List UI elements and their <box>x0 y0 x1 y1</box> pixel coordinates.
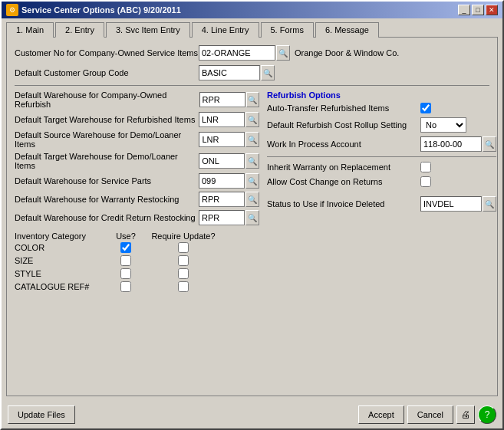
right-buttons: Accept Cancel 🖨 ? <box>358 405 496 424</box>
app-icon: ⚙ <box>6 4 18 16</box>
inv-category-3: CATALOGUE REF# <box>15 282 107 291</box>
status-search-button[interactable]: 🔍 <box>483 196 496 212</box>
inherit-warranty-row: Inherit Warranty on Replacement <box>267 162 496 172</box>
inv-use-checkbox-2[interactable] <box>120 268 131 279</box>
main-split: Default Warehouse for Company-Owned Refu… <box>15 90 489 294</box>
inv-require-checkbox-0[interactable] <box>178 242 189 253</box>
warehouse-label-5: Default Warehouse for Warranty Restockin… <box>15 195 199 204</box>
warehouse-search-5[interactable]: 🔍 <box>245 192 259 207</box>
inv-require-checkbox-3[interactable] <box>178 281 189 292</box>
cancel-button[interactable]: Cancel <box>407 405 453 424</box>
maximize-button[interactable]: □ <box>472 5 484 15</box>
inv-use-checkbox-1[interactable] <box>120 255 131 266</box>
cost-rollup-row: Default Refurbish Cost Rollup Setting No… <box>267 117 496 133</box>
warehouse-row-4: Default Warehouse for Service Parts🔍 <box>15 173 259 189</box>
cost-rollup-label: Default Refurbish Cost Rollup Setting <box>267 120 420 130</box>
warehouse-row-1: Default Target Warehouse for Refurbished… <box>15 112 259 127</box>
title-buttons: _ □ ✕ <box>458 5 498 15</box>
warehouse-label-4: Default Warehouse for Service Parts <box>15 176 199 185</box>
inventory-row-1: SIZE <box>15 255 259 266</box>
cost-rollup-dropdown[interactable]: No Yes <box>420 117 466 133</box>
inventory-section: Inventory Category Use? Require Update? … <box>15 231 259 292</box>
company-name-text: Orange Door & Window Co. <box>295 48 399 57</box>
auto-transfer-row: Auto-Transfer Refurbished Items <box>267 103 496 113</box>
warehouse-row-5: Default Warehouse for Warranty Restockin… <box>15 192 259 207</box>
inv-category-0: COLOR <box>15 243 107 252</box>
warehouse-input-2[interactable] <box>199 132 245 147</box>
allow-cost-label: Allow Cost Change on Returns <box>267 177 420 186</box>
refurbish-section-label: Refurbish Options <box>267 90 496 100</box>
status-row: Status to Use if Invoice Deleted 🔍 <box>267 196 496 212</box>
inv-use-checkbox-0[interactable] <box>120 242 131 253</box>
tab-main[interactable]: 1. Main <box>6 22 54 38</box>
customer-no-label: Customer No for Company-Owned Service It… <box>15 48 199 57</box>
warehouse-label-0: Default Warehouse for Company-Owned Refu… <box>15 90 199 109</box>
help-button[interactable]: ? <box>478 405 496 424</box>
warehouse-input-5[interactable] <box>199 192 245 207</box>
tab-line-entry[interactable]: 4. Line Entry <box>192 22 259 38</box>
warehouse-label-6: Default Warehouse for Credit Return Rest… <box>15 213 199 222</box>
customer-group-search-button[interactable]: 🔍 <box>261 65 275 80</box>
left-panel: Default Warehouse for Company-Owned Refu… <box>15 90 259 294</box>
inv-col-category-header: Inventory Category <box>15 231 107 241</box>
auto-transfer-checkbox[interactable] <box>420 103 431 113</box>
wip-account-label: Work In Process Account <box>267 140 420 149</box>
tab-entry[interactable]: 2. Entry <box>55 22 104 38</box>
customer-group-row: Default Customer Group Code 🔍 <box>15 65 489 80</box>
minimize-button[interactable]: _ <box>458 5 470 15</box>
warehouse-search-1[interactable]: 🔍 <box>245 112 259 127</box>
warehouse-input-6[interactable] <box>199 210 245 225</box>
inventory-header: Inventory Category Use? Require Update? <box>15 231 259 241</box>
content-area: Customer No for Company-Owned Service It… <box>6 37 498 396</box>
close-button[interactable]: ✕ <box>486 5 498 15</box>
inherit-warranty-checkbox[interactable] <box>420 162 431 172</box>
customer-no-row: Customer No for Company-Owned Service It… <box>15 45 489 61</box>
warehouse-label-3: Default Target Warehouse for Demo/Loaner… <box>15 152 199 170</box>
warehouse-search-3[interactable]: 🔍 <box>245 153 259 169</box>
warehouse-input-0[interactable] <box>199 92 245 107</box>
warehouse-search-6[interactable]: 🔍 <box>245 210 259 225</box>
inv-col-require-header: Require Update? <box>145 231 222 241</box>
update-files-button[interactable]: Update Files <box>8 405 75 424</box>
auto-transfer-label: Auto-Transfer Refurbished Items <box>267 103 420 113</box>
warehouse-row-3: Default Target Warehouse for Demo/Loaner… <box>15 152 259 170</box>
warehouse-label-1: Default Target Warehouse for Refurbished… <box>15 115 199 124</box>
warehouse-row-6: Default Warehouse for Credit Return Rest… <box>15 210 259 225</box>
warehouse-row-0: Default Warehouse for Company-Owned Refu… <box>15 90 259 109</box>
inv-category-2: STYLE <box>15 269 107 278</box>
allow-cost-checkbox[interactable] <box>420 176 431 187</box>
wip-account-row: Work In Process Account 🔍 <box>267 136 496 152</box>
status-input[interactable] <box>420 196 482 212</box>
warehouse-search-2[interactable]: 🔍 <box>245 132 259 147</box>
inv-use-checkbox-3[interactable] <box>120 281 131 292</box>
inventory-rows: COLORSIZESTYLECATALOGUE REF# <box>15 242 259 292</box>
warehouse-input-1[interactable] <box>199 112 245 127</box>
inventory-row-0: COLOR <box>15 242 259 253</box>
allow-cost-row: Allow Cost Change on Returns <box>267 176 496 187</box>
warehouse-search-4[interactable]: 🔍 <box>245 173 259 189</box>
inherit-warranty-label: Inherit Warranty on Replacement <box>267 162 420 172</box>
title-bar: ⚙ Service Center Options (ABC) 9/20/2011… <box>2 2 502 18</box>
inv-require-checkbox-2[interactable] <box>178 268 189 279</box>
right-panel: Refurbish Options Auto-Transfer Refurbis… <box>267 90 496 294</box>
print-button[interactable]: 🖨 <box>456 405 475 424</box>
warehouse-search-0[interactable]: 🔍 <box>246 92 259 107</box>
inv-col-use-header: Use? <box>107 231 145 241</box>
customer-no-input[interactable] <box>199 45 275 61</box>
warehouse-input-4[interactable] <box>199 173 245 189</box>
warehouse-input-3[interactable] <box>199 153 245 169</box>
customer-no-search-button[interactable]: 🔍 <box>276 45 290 61</box>
customer-group-input[interactable] <box>199 65 260 80</box>
tab-bar: 1. Main 2. Entry 3. Svc Item Entry 4. Li… <box>2 18 502 37</box>
inv-require-checkbox-1[interactable] <box>178 255 189 266</box>
warehouse-rows: Default Warehouse for Company-Owned Refu… <box>15 90 259 225</box>
wip-account-input[interactable] <box>420 136 482 152</box>
inv-category-1: SIZE <box>15 256 107 265</box>
tab-svc-item-entry[interactable]: 3. Svc Item Entry <box>106 22 190 38</box>
inventory-row-3: CATALOGUE REF# <box>15 281 259 292</box>
tab-forms[interactable]: 5. Forms <box>261 22 314 38</box>
tab-message[interactable]: 6. Message <box>315 22 379 38</box>
wip-account-search-button[interactable]: 🔍 <box>483 136 496 152</box>
warehouse-label-2: Default Source Warehouse for Demo/Loaner… <box>15 130 199 149</box>
accept-button[interactable]: Accept <box>358 405 404 424</box>
